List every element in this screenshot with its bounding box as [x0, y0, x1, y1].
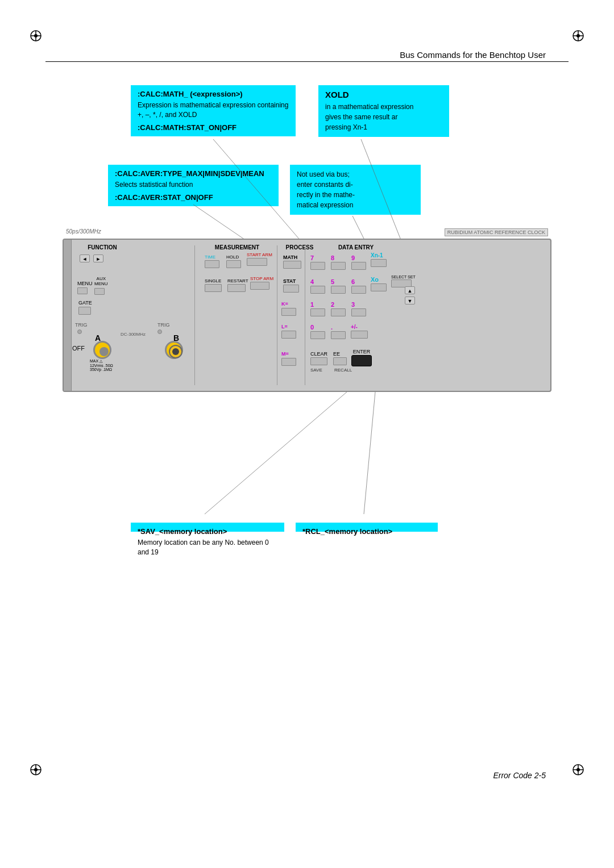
- key-4-label: 4: [310, 278, 314, 285]
- connector-a-inner: [99, 347, 109, 356]
- stop-arm-btn[interactable]: [250, 282, 269, 290]
- panel-strip: [64, 240, 72, 391]
- enter-btn[interactable]: [351, 355, 372, 366]
- svg-point-15: [576, 768, 580, 771]
- key-pm-btn[interactable]: [351, 331, 368, 339]
- arrow-up-btn[interactable]: ▲: [405, 286, 415, 294]
- m-eq-area: M=: [281, 351, 289, 357]
- page-title: Bus Commands for the Benchtop User: [400, 50, 546, 60]
- aux-menu-area: AUXMENU: [94, 277, 108, 294]
- clear-label: CLEAR: [310, 351, 327, 357]
- key-xo-btn[interactable]: [371, 283, 387, 291]
- svg-point-11: [34, 768, 38, 771]
- max-label: MAX △12Vrms .50Ω350Vp .1MΩ: [90, 359, 113, 372]
- save-label: SAVE: [310, 368, 322, 373]
- vert-sep-1: [194, 245, 195, 385]
- hold-btn[interactable]: [226, 260, 241, 268]
- key-7-btn[interactable]: [310, 262, 325, 270]
- trig-b-label: TRIG: [157, 322, 170, 328]
- section-measurement: MEASUREMENT: [206, 244, 268, 251]
- key-dot-btn[interactable]: [331, 331, 346, 339]
- hold-label: HOLD: [226, 254, 239, 260]
- section-data-entry: DATA ENTRY: [310, 244, 401, 251]
- led-trig-b: [157, 329, 162, 334]
- key-pm-label: +/-: [351, 324, 358, 330]
- k-eq-btn[interactable]: [281, 308, 296, 316]
- key-dot-area: .: [331, 324, 333, 331]
- key-8-btn[interactable]: [331, 262, 346, 270]
- single-btn[interactable]: [205, 284, 222, 292]
- connector-b-center: [172, 348, 179, 355]
- key-3-btn[interactable]: [351, 308, 366, 316]
- ee-label: EE: [333, 351, 340, 357]
- hold-btn-area: HOLD: [226, 254, 239, 260]
- reg-mark-br: [572, 763, 584, 776]
- ann3-subtitle: :CALC:AVER:STAT_ON|OFF: [115, 193, 272, 202]
- key-6-label: 6: [351, 278, 355, 285]
- ann1-subtitle: :CALC:MATH:STAT_ON|OFF: [138, 123, 289, 132]
- ann5-text: Memory location can be any No. between 0…: [138, 538, 277, 557]
- footer-text: Error Code 2-5: [493, 771, 546, 780]
- key-pm-area: +/-: [351, 324, 358, 330]
- aux-menu-btn[interactable]: [94, 288, 105, 295]
- annotation-xold: XOLD in a mathematical expressiongives t…: [318, 85, 449, 137]
- key-2-label: 2: [331, 301, 334, 308]
- off-label: OFF: [72, 345, 85, 352]
- key-5-btn[interactable]: [331, 286, 346, 294]
- key-xn1-label: Xn-1: [371, 252, 383, 258]
- ee-btn[interactable]: [333, 357, 347, 365]
- key-1-btn[interactable]: [310, 308, 325, 316]
- stop-arm-btn-area: STOP ARM: [250, 276, 273, 281]
- time-btn[interactable]: [205, 260, 219, 268]
- annotation-not-used: Not used via bus;enter constants di-rect…: [290, 165, 421, 215]
- key-0-btn[interactable]: [310, 331, 325, 339]
- menu-btn-label: MENU: [77, 281, 93, 286]
- vert-sep-3: [305, 245, 305, 385]
- arrow-right-btn[interactable]: ►: [93, 254, 103, 262]
- led-trig-a: [77, 329, 82, 334]
- key-3-area: 3: [351, 301, 355, 308]
- ann5-title: *SAV_<memory location>: [138, 527, 277, 536]
- key-xn1-btn[interactable]: [371, 259, 387, 267]
- l-eq-btn[interactable]: [281, 331, 296, 339]
- math-label: MATH: [283, 254, 297, 260]
- l-eq-label: L=: [281, 324, 288, 329]
- svg-point-7: [576, 34, 580, 37]
- reg-mark-tl: [30, 30, 42, 42]
- connector-lines: [0, 0, 614, 868]
- math-btn[interactable]: [283, 261, 301, 269]
- key-0-area: 0: [310, 324, 314, 331]
- connector-b-ring: [169, 345, 182, 358]
- gate-btn[interactable]: [78, 307, 91, 315]
- key-6-btn[interactable]: [351, 286, 366, 294]
- ann1-text: Expression is mathematical expression co…: [138, 101, 289, 120]
- key-8-area: 8: [331, 254, 334, 261]
- key-2-btn[interactable]: [331, 308, 346, 316]
- ann3-text: Selects statistical function: [115, 180, 272, 190]
- ann6-title: *RCL_<memory location>: [302, 527, 431, 536]
- restart-btn[interactable]: [227, 284, 246, 292]
- menu-btn[interactable]: [77, 287, 88, 294]
- start-arm-btn[interactable]: [247, 258, 267, 266]
- key-7-area: 7: [310, 254, 314, 261]
- key-9-btn[interactable]: [351, 262, 366, 270]
- ann4-text: Not used via bus;enter constants di-rect…: [297, 169, 414, 210]
- annotation-rcl: *RCL_<memory location>: [296, 523, 438, 532]
- m-eq-btn[interactable]: [281, 358, 296, 366]
- enter-btn-area: ENTER: [351, 349, 372, 366]
- gate-label: GATE: [78, 300, 92, 306]
- key-5-label: 5: [331, 278, 334, 285]
- key-9-label: 9: [351, 254, 355, 261]
- stat-btn[interactable]: [283, 285, 299, 293]
- header-line: [45, 61, 569, 62]
- arrow-down-btn[interactable]: ▼: [405, 297, 415, 304]
- arrow-left-btn[interactable]: ◄: [80, 254, 90, 262]
- clear-btn-area: CLEAR: [310, 351, 327, 357]
- key-3-label: 3: [351, 301, 355, 308]
- ann2-title: XOLD: [325, 90, 442, 99]
- trig-a-label: TRIG: [75, 322, 88, 328]
- key-1-label: 1: [310, 301, 314, 308]
- clear-btn[interactable]: [310, 357, 327, 365]
- start-arm-btn-area: START ARM: [247, 252, 272, 257]
- key-4-btn[interactable]: [310, 286, 325, 294]
